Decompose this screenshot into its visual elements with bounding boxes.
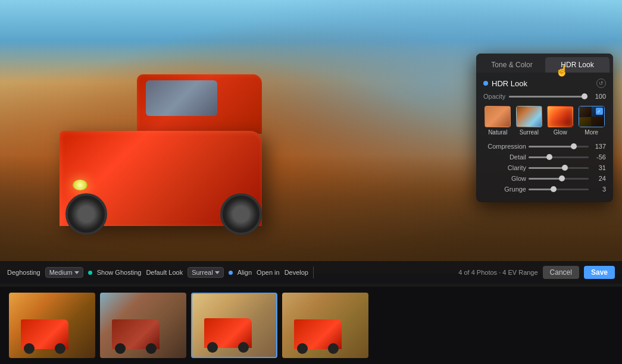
slider-grunge: Grunge 3 [483,186,606,193]
opacity-value: 100 [591,93,606,100]
panel-tabs: Tone & Color HDR Look [476,54,613,73]
more-cell-1 [579,106,592,117]
slider-value-grunge: 3 [591,186,606,193]
more-cell-3 [579,117,592,127]
filmstrip-truck-3 [204,318,252,348]
slider-thumb-glow [559,175,565,181]
truck-window [146,80,217,116]
slider-label-grunge: Grunge [483,186,526,193]
preset-more[interactable]: ✓ More [577,106,607,136]
filmstrip-thumb-1-inner [9,293,95,358]
toolbar-divider [313,266,314,278]
slider-detail: Detail -56 [483,153,606,161]
align-label: Align [237,269,252,276]
reset-button[interactable]: ↺ [596,79,606,88]
slider-label-detail: Detail [483,153,526,161]
panel-header: HDR Look ↺ [483,79,606,88]
filmstrip [0,287,622,364]
preset-label-glow: Glow [554,129,567,136]
panel-section-title: HDR Look [492,79,527,88]
preset-glow[interactable]: Glow [546,106,575,136]
slider-fill-compression [529,146,574,148]
opacity-slider-track [509,96,587,98]
deghosting-chevron-icon [74,271,79,274]
cancel-button[interactable]: Cancel [543,266,579,279]
slider-label-glow: Glow [483,175,526,182]
panel-header-left: HDR Look [483,79,527,88]
slider-fill-clarity [529,167,565,169]
preset-thumb-more: ✓ [579,106,605,127]
slider-value-clarity: 31 [591,164,606,171]
deghosting-select[interactable]: Medium [45,267,83,278]
presets-row: Natural Surreal Glow [483,106,606,136]
filmstrip-thumb-2[interactable] [100,293,186,358]
bottom-toolbar: Deghosting Medium Show Ghosting Default … [0,261,622,284]
slider-fill-glow [529,178,562,180]
slider-label-compression: Compression [483,143,526,150]
preset-surreal[interactable]: Surreal [515,106,544,136]
slider-track-detail[interactable] [529,156,589,158]
slider-thumb-compression [571,143,577,149]
preset-natural[interactable]: Natural [483,106,512,136]
truck-wheel-left [65,193,107,235]
slider-thumb-detail [546,154,552,160]
surreal-value: Surreal [192,269,212,276]
slider-clarity: Clarity 31 [483,164,606,171]
opacity-label: Opacity [483,93,505,100]
tab-tone-color[interactable]: Tone & Color [480,57,544,73]
panel-body: HDR Look ↺ Opacity 100 Natural [476,73,613,202]
slider-track-grunge[interactable] [529,189,589,190]
truck [48,83,274,226]
selected-checkmark: ✓ [596,108,603,115]
default-look-label: Default Look [146,269,183,276]
filmstrip-truck-2 [112,319,160,349]
opacity-slider[interactable] [509,96,587,98]
active-indicator [483,81,488,86]
slider-value-detail: -56 [591,153,606,161]
filmstrip-thumb-3[interactable] [191,293,277,358]
slider-fill-grunge [529,189,554,190]
tab-hdr-look[interactable]: HDR Look [545,57,610,73]
slider-value-glow: 24 [591,175,606,182]
slider-glow: Glow 24 [483,175,606,182]
preset-label-more: More [585,129,598,136]
slider-track-clarity[interactable] [529,167,589,169]
opacity-slider-thumb [582,93,587,99]
slider-value-compression: 137 [591,143,606,150]
preset-thumb-surreal [516,106,542,127]
truck-headlight [73,180,87,190]
filmstrip-thumb-4-inner [282,293,368,358]
slider-track-glow[interactable] [529,178,589,180]
develop-label: Develop [285,269,308,276]
filmstrip-truck-4 [294,319,342,349]
slider-thumb-clarity [562,165,568,171]
save-button[interactable]: Save [584,266,615,279]
hdr-panel: Tone & Color HDR Look HDR Look ↺ Opacity… [476,54,613,202]
opacity-slider-fill [509,96,587,98]
default-look-chevron-icon [215,271,220,274]
truck-wheel-right [220,193,262,235]
show-ghosting-dot [88,271,92,275]
preset-thumb-natural [485,106,511,127]
filmstrip-thumb-3-inner [192,294,276,357]
filmstrip-thumb-4[interactable] [282,293,368,358]
deghosting-label: Deghosting [7,269,40,276]
slider-compression: Compression 137 [483,143,606,150]
filmstrip-thumb-2-inner [100,293,186,358]
slider-fill-detail [529,156,549,158]
filmstrip-thumb-1[interactable] [9,293,95,358]
sliders-section: Compression 137 Detail -56 [483,143,606,193]
align-dot [229,271,233,275]
slider-label-clarity: Clarity [483,164,526,171]
more-cell-4 [592,117,604,127]
default-look-select[interactable]: Surreal [187,267,223,278]
opacity-row: Opacity 100 [483,93,606,100]
truck-cab [137,74,262,134]
slider-track-compression[interactable] [529,146,589,148]
preset-thumb-glow [547,106,573,127]
preset-label-surreal: Surreal [520,129,539,136]
preset-label-natural: Natural [488,129,507,136]
filmstrip-truck-1 [21,319,68,349]
open-in-label: Open in [257,269,280,276]
deghosting-value: Medium [49,269,73,276]
